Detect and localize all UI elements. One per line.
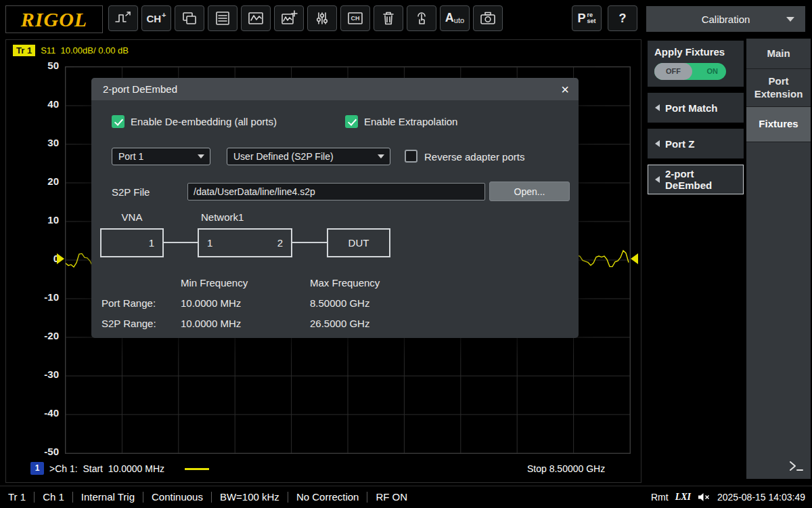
chart-icon xyxy=(247,9,265,27)
network-port-out: 2 xyxy=(277,230,283,256)
port-range-max: 8.50000 GHz xyxy=(310,297,369,309)
vna-port-number: 1 xyxy=(149,230,154,256)
connector-line xyxy=(164,242,198,243)
status-rf[interactable]: RF ON xyxy=(367,492,415,503)
reverse-ports-label: Reverse adapter ports xyxy=(424,151,524,163)
dut-box: DUT xyxy=(327,228,390,257)
s2p-range-max: 26.5000 GHz xyxy=(310,318,369,329)
remote-indicator: Rmt xyxy=(651,492,669,503)
status-trigger[interactable]: Internal Trig xyxy=(72,492,143,503)
toolbar-buttons: CH + xyxy=(108,5,637,31)
y-axis-tick: -30 xyxy=(9,368,59,380)
enable-deembed-checkbox[interactable] xyxy=(112,115,125,128)
console-prompt-icon[interactable] xyxy=(789,461,804,474)
touch-icon xyxy=(413,9,430,27)
apply-fixtures-toggle[interactable]: ON OFF xyxy=(654,63,726,80)
y-axis-tick: 30 xyxy=(9,137,59,148)
network-type-select[interactable]: User Defined (S2P File) xyxy=(227,148,390,165)
chevron-left-icon xyxy=(655,104,660,111)
network-type-value: User Defined (S2P File) xyxy=(233,151,334,162)
sidebar-item-port-match[interactable]: Port Match xyxy=(648,93,744,123)
apply-fixtures-item: Apply Fixtures ON OFF xyxy=(648,41,744,87)
preset-label-p: P xyxy=(577,12,585,26)
y-axis-tick: 20 xyxy=(9,175,59,187)
enable-deembed-label: Enable De-embedding (all ports) xyxy=(131,116,277,127)
tab-label: Fixtures xyxy=(759,118,798,131)
ref-level-marker-right xyxy=(631,253,638,264)
open-button[interactable]: Open... xyxy=(489,182,570,201)
status-bar: Tr 1 Ch 1 Internal Trig Continuous BW=10… xyxy=(0,486,812,508)
toggle-on-label: ON xyxy=(707,63,719,80)
status-trace[interactable]: Tr 1 xyxy=(8,492,34,503)
deembed-dialog: 2-port DeEmbed × Enable De-embedding (al… xyxy=(91,78,579,338)
lxi-logo: LXI xyxy=(675,492,691,503)
calibration-menu-title: Calibration xyxy=(702,14,750,25)
status-correction[interactable]: No Correction xyxy=(288,492,367,503)
datetime: 2025-08-15 14:03:49 xyxy=(717,492,805,503)
y-axis-tick: -10 xyxy=(9,291,59,303)
port-range-min: 10.0000 MHz xyxy=(181,297,241,309)
dialog-body: Enable De-embedding (all ports) Enable E… xyxy=(91,100,579,338)
s2p-range-label: S2P Range: xyxy=(102,318,156,329)
touch-button[interactable] xyxy=(407,5,436,31)
help-button[interactable]: ? xyxy=(608,5,637,31)
status-bandwidth[interactable]: BW=100 kHz xyxy=(211,492,288,503)
add-channel-label: CH xyxy=(146,13,161,24)
tab-fixtures[interactable]: Fixtures xyxy=(746,107,811,142)
dut-label: DUT xyxy=(348,237,369,249)
status-items: Tr 1 Ch 1 Internal Trig Continuous BW=10… xyxy=(8,492,415,503)
sidebar: Apply Fixtures ON OFF Port Match Port Z … xyxy=(646,37,812,482)
preset-label-small: re set xyxy=(587,12,596,24)
connector-line xyxy=(292,242,327,243)
sidebar-tabs: Main Port Extension Fixtures xyxy=(746,39,811,479)
scale-settings-button[interactable] xyxy=(307,5,337,31)
y-axis-tick: -40 xyxy=(9,407,59,419)
pulse-icon xyxy=(114,9,132,27)
screenshot-button[interactable] xyxy=(473,5,503,31)
enable-extrapolation-checkbox[interactable] xyxy=(345,115,358,128)
status-right: Rmt LXI 2025-08-15 14:03:49 xyxy=(651,492,805,503)
dialog-titlebar[interactable]: 2-port DeEmbed × xyxy=(91,78,579,100)
max-frequency-header: Max Frequency xyxy=(310,277,380,289)
sidebar-menu: Apply Fixtures ON OFF Port Match Port Z … xyxy=(648,41,744,200)
network-port-in: 1 xyxy=(207,230,212,256)
y-axis-tick: 10 xyxy=(9,214,59,226)
sidebar-item-label: 2-port DeEmbed xyxy=(665,168,736,191)
status-channel[interactable]: Ch 1 xyxy=(34,492,72,503)
y-axis-tick: -20 xyxy=(9,330,59,341)
windows-icon xyxy=(181,9,198,27)
sidebar-item-2port-deembed[interactable]: 2-port DeEmbed xyxy=(648,165,744,194)
meas-list-button[interactable] xyxy=(208,5,238,31)
stimulus-button[interactable] xyxy=(108,5,138,31)
y-axis-tick: 40 xyxy=(9,98,59,110)
trash-icon xyxy=(380,9,397,27)
auto-scale-button[interactable]: A uto xyxy=(440,5,470,31)
port-select[interactable]: Port 1 xyxy=(112,148,210,165)
add-channel-button[interactable]: CH + xyxy=(141,5,171,31)
calibration-menu[interactable]: Calibration xyxy=(646,6,805,32)
channel-badge[interactable]: 1 xyxy=(30,462,44,475)
s2p-path-input[interactable] xyxy=(187,183,485,200)
y-axis-tick: 50 xyxy=(9,60,59,71)
window-layout-button[interactable] xyxy=(175,5,204,31)
preset-button[interactable]: P re set xyxy=(572,5,602,31)
preset-label-set: set xyxy=(587,18,596,24)
tab-port-extension[interactable]: Port Extension xyxy=(746,69,811,107)
channel-start-info[interactable]: >Ch 1: Start 10.0000 MHz xyxy=(49,463,164,475)
sidebar-item-port-z[interactable]: Port Z xyxy=(648,129,744,158)
channel-window-button[interactable]: CH xyxy=(340,5,370,31)
chevron-left-icon xyxy=(655,176,660,183)
reverse-ports-checkbox[interactable] xyxy=(405,150,418,163)
mute-icon[interactable] xyxy=(698,492,710,502)
network-label: Network1 xyxy=(201,211,244,223)
trace-view-button[interactable] xyxy=(241,5,271,31)
status-sweep-mode[interactable]: Continuous xyxy=(143,492,211,503)
channel-stop-info[interactable]: Stop 8.50000 GHz xyxy=(527,463,605,475)
tab-main[interactable]: Main xyxy=(746,39,811,69)
delete-button[interactable] xyxy=(374,5,403,31)
close-icon[interactable]: × xyxy=(561,83,569,96)
toggle-off-knob: OFF xyxy=(654,63,692,80)
trace-info[interactable]: S11 10.00dB/ 0.00 dB xyxy=(41,45,129,56)
add-trace-button[interactable] xyxy=(274,5,304,31)
trace-badge[interactable]: Tr 1 xyxy=(13,45,35,56)
